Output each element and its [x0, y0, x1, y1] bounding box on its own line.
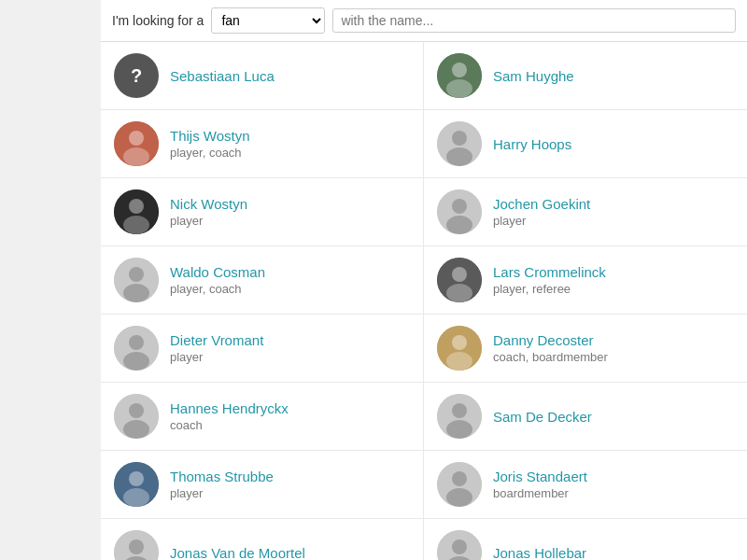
person-name[interactable]: Nick Wostyn: [170, 196, 410, 212]
person-info: Sebastiaan Luca: [170, 68, 410, 84]
person-roles: player, referee: [493, 282, 734, 296]
svg-point-25: [452, 335, 467, 350]
person-info: Sam De Decker: [493, 409, 734, 425]
svg-point-35: [123, 488, 149, 507]
person-name[interactable]: Waldo Cosman: [170, 264, 410, 280]
person-card[interactable]: Lars Crommelinckplayer, referee: [424, 246, 747, 315]
person-name[interactable]: Lars Crommelinck: [493, 264, 734, 280]
avatar-placeholder: [437, 462, 482, 507]
person-info: Sam Huyghe: [493, 68, 734, 84]
svg-point-11: [123, 216, 149, 234]
person-roles: coach, boardmember: [493, 350, 734, 364]
avatar-placeholder: [114, 530, 159, 560]
name-search-input[interactable]: [332, 8, 736, 33]
person-card[interactable]: Thomas Strubbeplayer: [101, 451, 424, 519]
svg-point-5: [123, 147, 149, 166]
person-card[interactable]: Harry Hoops: [424, 110, 747, 178]
avatar-placeholder: [437, 394, 482, 439]
person-name[interactable]: Joris Standaert: [493, 469, 734, 484]
svg-point-43: [452, 539, 467, 554]
avatar: [114, 121, 159, 166]
avatar-placeholder: [437, 530, 482, 560]
person-info: Harry Hoops: [493, 136, 734, 152]
svg-point-10: [129, 199, 144, 214]
person-card[interactable]: Nick Wostynplayer: [101, 178, 424, 246]
person-name[interactable]: Danny Decoster: [493, 332, 734, 348]
person-roles: player: [493, 214, 734, 228]
svg-point-14: [446, 216, 472, 234]
person-card[interactable]: Hannes Hendryckxcoach: [101, 383, 424, 451]
person-card[interactable]: Jonas Hollebar: [424, 519, 747, 560]
sidebar: [0, 0, 101, 560]
person-card[interactable]: Danny Decostercoach, boardmember: [424, 315, 747, 383]
person-name[interactable]: Jonas Van de Moortel: [170, 545, 410, 561]
person-info: Dieter Vromantplayer: [170, 332, 410, 364]
person-card[interactable]: Joris Standaertboardmember: [424, 451, 747, 519]
person-card[interactable]: Waldo Cosmanplayer, coach: [101, 246, 424, 315]
avatar: [114, 189, 159, 234]
person-roles: player: [170, 214, 410, 228]
person-info: Jonas Van de Moortel: [170, 545, 410, 561]
avatar-placeholder: [114, 258, 159, 302]
person-card[interactable]: Thijs Wostynplayer, coach: [101, 110, 424, 178]
person-info: Thijs Wostynplayer, coach: [170, 128, 410, 160]
person-info: Lars Crommelinckplayer, referee: [493, 264, 734, 296]
role-select[interactable]: fanplayercoachrefereeboardmember: [211, 7, 325, 34]
avatar: [437, 326, 482, 371]
svg-point-1: [452, 63, 467, 77]
svg-point-37: [452, 471, 467, 486]
svg-point-16: [129, 267, 144, 282]
person-roles: coach: [170, 418, 410, 432]
person-name[interactable]: Jochen Goekint: [493, 196, 734, 212]
svg-point-31: [452, 403, 467, 418]
svg-point-7: [452, 131, 467, 146]
avatar: [114, 462, 159, 507]
person-card[interactable]: Jochen Goekintplayer: [424, 178, 747, 246]
svg-point-19: [452, 267, 467, 282]
person-card[interactable]: Sam De Decker: [424, 383, 747, 451]
person-info: Waldo Cosmanplayer, coach: [170, 264, 410, 296]
person-name[interactable]: Sam Huyghe: [493, 68, 734, 84]
person-info: Jochen Goekintplayer: [493, 196, 734, 228]
person-roles: player: [170, 486, 410, 500]
person-roles: player, coach: [170, 282, 410, 296]
person-name[interactable]: Dieter Vromant: [170, 332, 410, 348]
svg-point-2: [446, 79, 472, 98]
person-name[interactable]: Harry Hoops: [493, 136, 734, 152]
avatar-placeholder: [114, 326, 159, 371]
person-card[interactable]: ?Sebastiaan Luca: [101, 42, 424, 110]
avatar: [437, 53, 482, 98]
svg-point-26: [446, 352, 472, 371]
person-name[interactable]: Hannes Hendryckx: [170, 400, 410, 416]
person-info: Nick Wostynplayer: [170, 196, 410, 228]
person-roles: player, coach: [170, 146, 410, 160]
person-card[interactable]: Jonas Van de Moortel: [101, 519, 424, 560]
search-bar: I'm looking for a fanplayercoachrefereeb…: [101, 0, 747, 42]
svg-point-32: [446, 420, 472, 439]
svg-point-17: [123, 284, 149, 302]
person-info: Joris Standaertboardmember: [493, 469, 734, 500]
avatar-placeholder: [114, 394, 159, 439]
svg-point-4: [129, 131, 144, 146]
svg-point-28: [129, 403, 144, 418]
svg-point-34: [129, 471, 144, 486]
person-card[interactable]: Dieter Vromantplayer: [101, 315, 424, 383]
svg-point-20: [446, 284, 472, 302]
person-name[interactable]: Thomas Strubbe: [170, 469, 410, 484]
svg-point-22: [129, 335, 144, 350]
avatar: [437, 258, 482, 302]
svg-point-23: [123, 352, 149, 371]
person-card[interactable]: Sam Huyghe: [424, 42, 747, 110]
search-label: I'm looking for a: [112, 13, 204, 28]
person-name[interactable]: Jonas Hollebar: [493, 545, 734, 561]
svg-point-13: [452, 199, 467, 214]
person-info: Thomas Strubbeplayer: [170, 469, 410, 500]
svg-point-8: [446, 147, 472, 166]
person-info: Hannes Hendryckxcoach: [170, 400, 410, 432]
person-name[interactable]: Thijs Wostyn: [170, 128, 410, 144]
avatar-placeholder: [437, 121, 482, 166]
person-grid: ?Sebastiaan Luca Sam Huyghe Thijs Wostyn…: [101, 42, 747, 560]
svg-point-38: [446, 488, 472, 507]
person-name[interactable]: Sebastiaan Luca: [170, 68, 410, 84]
person-name[interactable]: Sam De Decker: [493, 409, 734, 425]
